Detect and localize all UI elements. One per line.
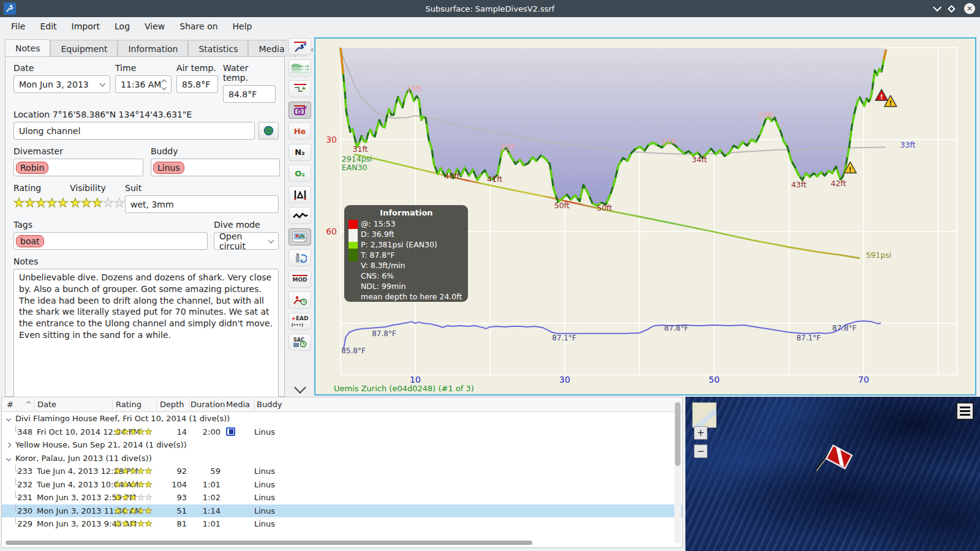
dive-rating: ★★★★★ <box>114 491 153 504</box>
heart-rate-button[interactable] <box>288 207 311 224</box>
map-zoom-in-button[interactable]: + <box>694 426 707 440</box>
dive-list-header: #DateRatingDepthDurationMediaBuddy^ <box>2 397 682 412</box>
tank-bar-button[interactable] <box>288 249 311 266</box>
maximize-icon[interactable] <box>948 5 956 13</box>
pp-oxygen-button[interactable]: O₂ <box>288 165 311 182</box>
tags-field[interactable]: boat <box>13 232 208 250</box>
divemode-select[interactable]: Open circuit <box>214 232 279 250</box>
trip-row[interactable]: Yellow House, Sun Sep 21, 2014 (1 dive(s… <box>2 438 682 452</box>
calculated-ceiling-button[interactable] <box>288 80 311 97</box>
location-field[interactable]: Ulong channel <box>13 122 255 140</box>
globe-button[interactable] <box>258 122 279 140</box>
visibility-stars[interactable]: ★★★★★ <box>70 195 125 210</box>
star-icon: ★ <box>129 427 137 437</box>
buddy-field[interactable]: Linus <box>151 159 280 176</box>
infobox-row: @: 15:53 <box>361 219 463 229</box>
collapse-icon[interactable] <box>6 455 11 460</box>
star-icon: ★ <box>92 195 103 210</box>
dive-buddy: Linus <box>254 425 275 439</box>
pp-nitrogen-button[interactable]: N₂ <box>288 144 311 161</box>
ead-button[interactable]: +EAD(•••) <box>288 313 311 330</box>
notes-textarea[interactable]: Unbelievable dive. Dozens and dozens of … <box>13 269 279 406</box>
dive-depth: 51 <box>149 504 187 518</box>
watertemp-field[interactable]: 84.8°F <box>223 85 276 103</box>
menu-item-view[interactable]: View <box>137 19 172 34</box>
mod-button[interactable]: MOD <box>288 271 311 288</box>
gas-pressure-button[interactable] <box>288 186 311 203</box>
date-select[interactable]: Mon Jun 3, 2013 <box>13 75 110 93</box>
divelist-horizontal-scrollbar[interactable] <box>4 540 669 545</box>
divemode-label: Dive mode <box>214 220 279 230</box>
tag-boat[interactable]: boat <box>16 235 44 247</box>
column-header-media[interactable]: Media <box>226 400 250 409</box>
infobox-row: V: 8.3ft/min <box>361 260 463 271</box>
tab-equipment[interactable]: Equipment <box>50 40 118 57</box>
svg-text:33ft: 33ft <box>900 140 916 149</box>
ceiling-waves-button[interactable] <box>288 59 311 77</box>
tab-notes[interactable]: Notes <box>5 39 50 57</box>
dive-computer-button[interactable] <box>288 102 311 119</box>
map-zoom-out-button[interactable]: − <box>694 444 707 458</box>
dive-rating: ★★★★★ <box>114 517 153 531</box>
dive-row-232[interactable]: 232Tue Jun 4, 2013 10:04 AM★★★★★1041:01L… <box>2 478 682 492</box>
divelist-vertical-scrollbar[interactable] <box>674 401 681 543</box>
column-header-num[interactable]: # <box>7 400 13 409</box>
spinner-arrows-icon[interactable] <box>162 78 166 91</box>
menu-item-import[interactable]: Import <box>64 19 107 34</box>
dive-duration: 1:01 <box>183 478 221 492</box>
dive-profile-chart[interactable]: 30601030507015ft31ft2914psiEAN3040ft41ft… <box>314 37 976 395</box>
collapse-icon[interactable] <box>6 416 11 421</box>
svg-text:70: 70 <box>858 375 869 384</box>
trip-row[interactable]: Divi Flamingo House Reef, Fri Oct 10, 20… <box>2 412 682 425</box>
column-header-rating[interactable]: Rating <box>116 400 141 409</box>
trip-row[interactable]: Koror, Palau, Jun 2013 (11 dive(s)) <box>2 452 682 465</box>
column-header-duration[interactable]: Duration <box>190 400 225 409</box>
minimize-icon[interactable] <box>933 3 941 12</box>
star-icon: ★ <box>122 466 130 476</box>
column-header-depth[interactable]: Depth <box>160 400 184 409</box>
media-icon[interactable] <box>226 427 235 436</box>
column-header-date[interactable]: Date <box>37 400 56 409</box>
airtemp-field[interactable]: 85.8°F <box>176 75 218 93</box>
expand-icon[interactable] <box>6 443 11 448</box>
time-spinner[interactable]: 11:36 AM <box>115 75 172 93</box>
chevron-down-icon <box>100 80 106 86</box>
menu-item-share-on[interactable]: Share on <box>172 19 225 34</box>
sac-button[interactable]: SAC <box>288 334 311 351</box>
svg-text:87.1°F: 87.1°F <box>796 334 821 342</box>
dive-flag-marker[interactable] <box>811 441 860 484</box>
svg-text:23ft: 23ft <box>758 111 774 120</box>
menu-item-help[interactable]: Help <box>225 19 260 34</box>
suit-field[interactable]: wet, 3mm <box>125 195 279 213</box>
column-header-buddy[interactable]: Buddy <box>257 400 282 409</box>
dive-row-229[interactable]: 229Mon Jun 3, 2013 9:45 AM★★★★★811:01Lin… <box>2 517 682 531</box>
svg-text:87.8°F: 87.8°F <box>664 324 688 332</box>
ndl-tts-button[interactable] <box>288 291 311 309</box>
pp-helium-button[interactable]: He <box>288 122 311 140</box>
tab-information[interactable]: Information <box>118 40 188 57</box>
menu-item-log[interactable]: Log <box>107 19 137 34</box>
tab-statistics[interactable]: Statistics <box>188 40 248 57</box>
dive-row-348[interactable]: 348Fri Oct 10, 2014 12:34 PM★★★★★142:00L… <box>2 425 682 439</box>
tags-label: Tags <box>13 220 208 230</box>
buddy-tag[interactable]: Linus <box>153 162 184 174</box>
photos-button[interactable] <box>288 228 311 246</box>
dive-row-233[interactable]: 233Tue Jun 4, 2013 12:28 PM★★★★★9259Linu… <box>2 465 682 478</box>
divemaster-field[interactable]: Robin <box>13 159 143 176</box>
close-icon[interactable]: ✕ <box>964 3 975 14</box>
toolbar-scroll-down-icon[interactable] <box>294 381 306 394</box>
window-title: Subsurface: SampleDivesV2.ssrf <box>0 4 980 13</box>
dc-diver-button[interactable] <box>288 38 311 55</box>
divemaster-tag[interactable]: Robin <box>16 162 48 174</box>
menu-item-file[interactable]: File <box>4 19 32 34</box>
infobox-row: P: 2,381psi (EAN30) <box>361 239 463 250</box>
dive-row-230[interactable]: 230Mon Jun 3, 2013 11:36 AM★★★★★511:14Li… <box>2 504 682 518</box>
rating-stars[interactable]: ★★★★★ <box>13 195 70 210</box>
menu-item-edit[interactable]: Edit <box>32 19 64 34</box>
infobox-swatches <box>349 220 358 261</box>
infobox-row: D: 36.9ft <box>361 229 463 239</box>
overview-map[interactable] <box>692 402 717 428</box>
map-menu-button[interactable] <box>956 402 974 420</box>
dive-site-map[interactable]: + − <box>685 397 980 551</box>
dive-row-231[interactable]: 231Mon Jun 3, 2013 2:59 PM★★★★★931:02Lin… <box>2 491 682 504</box>
